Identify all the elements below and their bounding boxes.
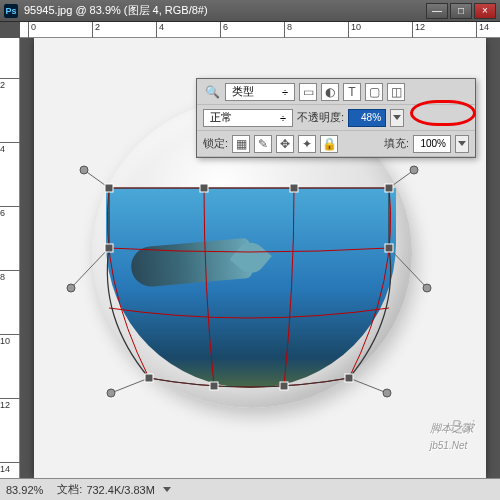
fill-dropdown[interactable] xyxy=(455,135,469,153)
ruler-tick: 14 xyxy=(0,462,20,474)
ruler-tick: 4 xyxy=(156,22,164,38)
ruler-tick: 6 xyxy=(220,22,228,38)
titlebar[interactable]: Ps 95945.jpg @ 83.9% (图层 4, RGB/8#) — □ … xyxy=(0,0,500,22)
fill-label: 填充: xyxy=(384,136,409,151)
ruler-tick: 6 xyxy=(0,206,20,218)
warp-transform[interactable] xyxy=(89,178,409,398)
ruler-tick: 10 xyxy=(0,334,20,346)
window-controls: — □ × xyxy=(426,3,496,19)
svg-line-4 xyxy=(71,248,109,288)
opacity-label: 不透明度: xyxy=(297,110,344,125)
filter-adjust-icon[interactable]: ◐ xyxy=(321,83,339,101)
ruler-horizontal[interactable]: 0 2 4 6 8 10 12 14 xyxy=(20,22,500,38)
lock-all-icon[interactable]: 🔒 xyxy=(320,135,338,153)
watermark: 脚本之家jb51.Net xyxy=(430,419,474,452)
layer-kind-select[interactable]: 类型÷ xyxy=(225,83,295,101)
blend-mode-select[interactable]: 正常÷ xyxy=(203,109,293,127)
lock-position-icon[interactable]: ✥ xyxy=(276,135,294,153)
svg-rect-14 xyxy=(290,184,298,192)
ruler-tick: 4 xyxy=(0,142,20,154)
svg-line-8 xyxy=(111,378,149,393)
lock-artboard-icon[interactable]: ✦ xyxy=(298,135,316,153)
lock-fill-row: 锁定: ▦ ✎ ✥ ✦ 🔒 填充: 100% xyxy=(197,131,475,157)
app-window: Ps 95945.jpg @ 83.9% (图层 4, RGB/8#) — □ … xyxy=(0,0,500,500)
svg-point-3 xyxy=(410,166,418,174)
svg-rect-20 xyxy=(280,382,288,390)
search-icon[interactable]: 🔍 xyxy=(203,83,221,101)
minimize-button[interactable]: — xyxy=(426,3,448,19)
ruler-tick: 0 xyxy=(28,22,36,38)
doc-size[interactable]: 文档:732.4K/3.83M xyxy=(57,482,171,497)
photoshop-icon: Ps xyxy=(4,4,18,18)
ruler-tick: 8 xyxy=(0,270,20,282)
svg-point-7 xyxy=(423,284,431,292)
ruler-tick: 8 xyxy=(284,22,292,38)
svg-rect-16 xyxy=(105,244,113,252)
layer-kind-row: 🔍 类型÷ ▭ ◐ T ▢ ◫ xyxy=(197,79,475,105)
filter-shape-icon[interactable]: ▢ xyxy=(365,83,383,101)
ruler-vertical[interactable]: 2 4 6 8 10 12 14 xyxy=(0,38,20,478)
blend-opacity-row: 正常÷ 不透明度: 48% xyxy=(197,105,475,131)
ruler-tick: 2 xyxy=(0,78,20,90)
opacity-dropdown[interactable] xyxy=(390,109,404,127)
svg-rect-15 xyxy=(385,184,393,192)
ruler-tick: 2 xyxy=(92,22,100,38)
svg-point-1 xyxy=(80,166,88,174)
filter-type-icon[interactable]: T xyxy=(343,83,361,101)
status-bar: 83.92% 文档:732.4K/3.83M xyxy=(0,478,500,500)
svg-rect-17 xyxy=(385,244,393,252)
ruler-tick: 12 xyxy=(0,398,20,410)
maximize-button[interactable]: □ xyxy=(450,3,472,19)
filter-pixel-icon[interactable]: ▭ xyxy=(299,83,317,101)
svg-line-6 xyxy=(389,248,427,288)
document-title: 95945.jpg @ 83.9% (图层 4, RGB/8#) xyxy=(24,3,426,18)
opacity-input[interactable]: 48% xyxy=(348,109,386,127)
close-button[interactable]: × xyxy=(474,3,496,19)
svg-line-10 xyxy=(349,378,387,393)
svg-point-9 xyxy=(107,389,115,397)
lock-transparent-icon[interactable]: ▦ xyxy=(232,135,250,153)
svg-point-5 xyxy=(67,284,75,292)
ruler-tick: 14 xyxy=(476,22,489,38)
ruler-tick: 10 xyxy=(348,22,361,38)
fill-input[interactable]: 100% xyxy=(413,135,451,153)
ruler-tick: 12 xyxy=(412,22,425,38)
lock-label: 锁定: xyxy=(203,136,228,151)
svg-rect-19 xyxy=(210,382,218,390)
svg-rect-21 xyxy=(345,374,353,382)
layers-panel[interactable]: 🔍 类型÷ ▭ ◐ T ▢ ◫ 正常÷ 不透明度: 48% 锁定: ▦ ✎ ✥ … xyxy=(196,78,476,158)
zoom-level[interactable]: 83.92% xyxy=(6,484,43,496)
svg-rect-13 xyxy=(200,184,208,192)
svg-rect-12 xyxy=(105,184,113,192)
filter-smart-icon[interactable]: ◫ xyxy=(387,83,405,101)
svg-point-11 xyxy=(383,389,391,397)
svg-rect-18 xyxy=(145,374,153,382)
lock-image-icon[interactable]: ✎ xyxy=(254,135,272,153)
